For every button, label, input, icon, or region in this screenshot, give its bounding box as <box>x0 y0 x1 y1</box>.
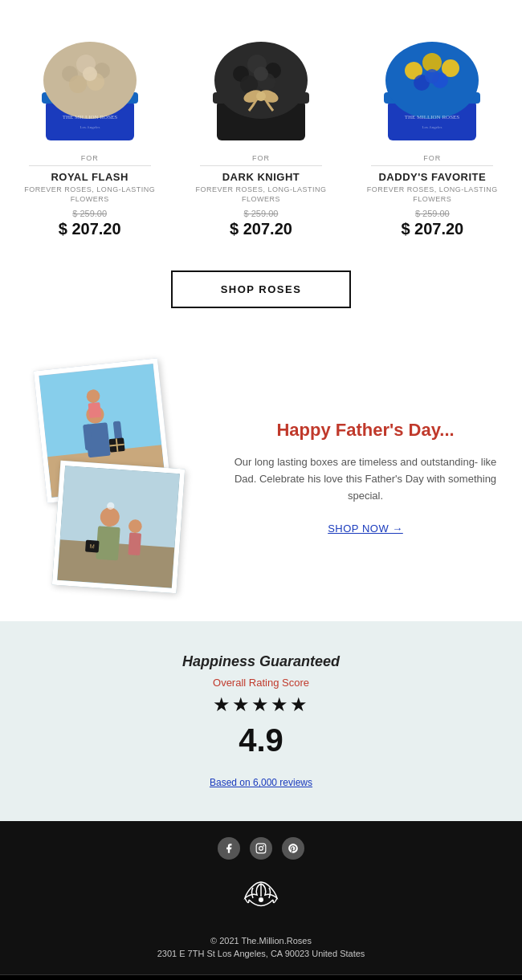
footer-nav: UNSUBSCRIBE CONTACT US MY ACCOUNT <box>0 974 522 980</box>
product-image-daddys-favorite: THE MILLION ROSES Los Angeles <box>364 16 500 144</box>
products-section: THE MILLION ROSES Los Angeles FOR ROYAL … <box>0 0 522 262</box>
product-label-dark: FOR <box>185 154 337 162</box>
photo-frame-bottom: M <box>52 461 185 593</box>
stars-display: ★★★★★ <box>16 693 506 716</box>
svg-text:Los Angeles: Los Angeles <box>80 125 100 129</box>
svg-point-57 <box>259 897 263 902</box>
rose-box-svg-royal: THE MILLION ROSES Los Angeles <box>30 16 150 144</box>
product-subtitle-dark: FOREVER ROSES, LONG-LASTING FLOWERS <box>185 185 337 204</box>
product-label-daddy: FOR <box>356 154 508 162</box>
fathers-day-description: Our long lasting boxes are timeless and … <box>225 454 506 504</box>
product-subtitle-royal: FOREVER ROSES, LONG-LASTING FLOWERS <box>14 185 166 204</box>
instagram-svg <box>255 843 267 854</box>
svg-text:M: M <box>89 543 95 551</box>
fathers-day-title: Happy Father's Day... <box>225 419 506 442</box>
product-divider-dark <box>200 165 322 166</box>
product-sale-price-royal: $ 207.20 <box>14 220 166 238</box>
rose-box-svg-daddy: THE MILLION ROSES Los Angeles <box>372 16 492 144</box>
footer-copyright: © 2021 The.Million.Roses <box>16 936 506 945</box>
facebook-svg <box>223 843 234 854</box>
svg-text:THE MILLION ROSES: THE MILLION ROSES <box>405 114 460 120</box>
svg-point-19 <box>254 67 268 81</box>
product-image-royal-flash: THE MILLION ROSES Los Angeles <box>22 16 158 144</box>
pinterest-icon[interactable] <box>282 837 304 860</box>
svg-rect-54 <box>256 844 266 854</box>
pinterest-svg <box>288 843 299 854</box>
svg-point-55 <box>259 847 263 851</box>
product-dark-knight[interactable]: FOR DARK KNIGHT FOREVER ROSES, LONG-LAST… <box>185 16 337 238</box>
svg-rect-50 <box>128 533 141 556</box>
product-name-royal: ROYAL FLASH <box>14 171 166 183</box>
fathers-day-text: Happy Father's Day... Our long lasting b… <box>225 419 506 535</box>
fathers-day-section: M Happy Father's Day... Our long lasting… <box>0 340 522 621</box>
product-name-dark: DARK KNIGHT <box>185 171 337 183</box>
product-name-daddy: DADDY'S FAVORITE <box>356 171 508 183</box>
svg-text:Los Angeles: Los Angeles <box>422 125 442 129</box>
footer-address: 2301 E 7TH St Los Angeles, CA 90023 Unit… <box>16 949 506 958</box>
photo-svg-bottom: M <box>57 466 180 589</box>
svg-rect-48 <box>96 527 120 561</box>
svg-text:THE MILLION ROSES: THE MILLION ROSES <box>62 114 117 120</box>
social-icons <box>16 837 506 860</box>
product-label-royal: FOR <box>14 154 166 162</box>
svg-point-56 <box>263 845 264 847</box>
fathers-day-shop-link[interactable]: SHOP NOW → <box>328 523 403 535</box>
product-original-price-dark: $ 259.00 <box>185 209 337 218</box>
svg-point-8 <box>83 67 97 81</box>
svg-point-6 <box>69 75 87 93</box>
svg-rect-41 <box>88 403 102 419</box>
product-subtitle-daddy: FOREVER ROSES, LONG-LASTING FLOWERS <box>356 185 508 204</box>
instagram-icon[interactable] <box>250 837 272 860</box>
rating-score: 4.9 <box>16 722 506 758</box>
product-sale-price-dark: $ 207.20 <box>185 220 337 238</box>
photos-collage: M <box>16 364 209 589</box>
happiness-title: Happiness Guaranteed <box>16 653 506 670</box>
logo-svg <box>233 876 289 920</box>
product-royal-flash[interactable]: THE MILLION ROSES Los Angeles FOR ROYAL … <box>14 16 166 238</box>
product-daddys-favorite[interactable]: THE MILLION ROSES Los Angeles FOR DADDY'… <box>356 16 508 238</box>
products-grid: THE MILLION ROSES Los Angeles FOR ROYAL … <box>8 16 514 238</box>
product-divider <box>29 165 151 166</box>
facebook-icon[interactable] <box>218 837 240 860</box>
footer-social: © 2021 The.Million.Roses 2301 E 7TH St L… <box>0 821 522 974</box>
rating-label: Overall Rating Score <box>16 677 506 689</box>
shop-roses-button[interactable]: SHOP ROSES <box>171 270 352 308</box>
happiness-section: Happiness Guaranteed Overall Rating Scor… <box>0 621 522 821</box>
product-divider-daddy <box>371 165 493 166</box>
rose-box-svg-dark <box>201 16 321 144</box>
svg-point-31 <box>425 69 439 83</box>
product-sale-price-daddy: $ 207.20 <box>356 220 508 238</box>
reviews-link[interactable]: Based on 6,000 reviews <box>210 777 312 788</box>
footer-logo <box>16 876 506 923</box>
product-original-price-daddy: $ 259.00 <box>356 209 508 218</box>
shop-button-section: SHOP ROSES <box>0 262 522 340</box>
product-original-price-royal: $ 259.00 <box>14 209 166 218</box>
product-image-dark-knight <box>193 16 329 144</box>
